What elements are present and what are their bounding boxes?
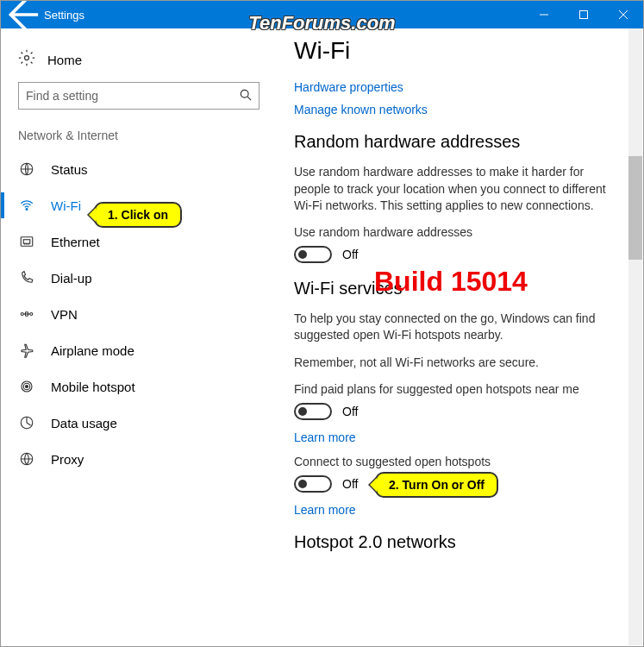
services-desc1: To help you stay connected on the go, Wi… <box>294 311 609 344</box>
gear-icon <box>18 49 35 70</box>
phone-icon <box>18 270 35 286</box>
svg-line-6 <box>247 97 251 100</box>
svg-rect-1 <box>580 11 588 19</box>
scrollbar-track[interactable] <box>628 28 642 645</box>
airplane-icon <box>18 342 35 358</box>
minimize-button[interactable] <box>524 1 564 28</box>
svg-point-4 <box>25 56 29 60</box>
wifi-icon <box>18 198 35 213</box>
ethernet-icon <box>18 234 35 249</box>
svg-point-15 <box>30 313 33 316</box>
paid-plans-toggle[interactable] <box>294 403 332 420</box>
learn-more-link-1[interactable]: Learn more <box>294 430 609 444</box>
window-title: Settings <box>44 9 84 22</box>
random-hw-state: Off <box>342 248 358 261</box>
sidebar-item-hotspot[interactable]: Mobile hotspot <box>1 368 277 405</box>
annotation-callout-1: 1. Click on <box>94 202 182 228</box>
connect-hotspots-state: Off <box>342 477 358 491</box>
random-hw-label: Use random hardware addresses <box>294 225 609 239</box>
connect-hotspots-label: Connect to suggested open hotspots <box>294 455 609 468</box>
random-hw-desc: Use random hardware addresses to make it… <box>294 164 609 215</box>
close-button[interactable] <box>603 1 643 28</box>
home-button[interactable]: Home <box>1 42 277 82</box>
svg-point-14 <box>21 313 23 316</box>
search-input[interactable]: Find a setting <box>18 82 259 110</box>
hotspot2-heading: Hotspot 2.0 networks <box>294 532 609 552</box>
paid-plans-state: Off <box>342 405 358 418</box>
sidebar-item-ethernet[interactable]: Ethernet <box>1 223 277 260</box>
hardware-properties-link[interactable]: Hardware properties <box>294 80 609 94</box>
back-button[interactable] <box>1 1 41 28</box>
svg-point-8 <box>26 209 28 210</box>
svg-point-5 <box>241 90 248 97</box>
sidebar-item-datausage[interactable]: Data usage <box>1 405 277 441</box>
sidebar-item-vpn[interactable]: VPN <box>1 296 277 332</box>
search-placeholder: Find a setting <box>26 89 98 103</box>
search-icon <box>240 89 252 104</box>
svg-point-18 <box>26 386 28 388</box>
titlebar: Settings <box>1 1 643 28</box>
sidebar-item-dialup[interactable]: Dial-up <box>1 260 277 296</box>
vpn-icon <box>18 306 35 322</box>
sidebar-item-status[interactable]: Status <box>1 151 277 187</box>
connect-hotspots-toggle[interactable] <box>294 475 332 493</box>
proxy-icon <box>18 451 35 467</box>
category-label: Network & Internet <box>1 125 277 151</box>
random-hw-toggle[interactable] <box>294 246 332 263</box>
home-label: Home <box>47 53 82 67</box>
wifi-services-heading: Wi-Fi services <box>294 279 609 298</box>
hotspot-icon <box>18 379 35 394</box>
paid-plans-label: Find paid plans for suggested open hotsp… <box>294 382 609 396</box>
page-title: Wi-Fi <box>294 37 609 65</box>
data-icon <box>18 415 35 430</box>
svg-rect-10 <box>23 240 30 244</box>
sidebar: Home Find a setting Network & Internet S… <box>1 28 277 646</box>
annotation-callout-2: 2. Turn On or Off <box>375 472 498 498</box>
sidebar-item-airplane[interactable]: Airplane mode <box>1 332 277 368</box>
maximize-button[interactable] <box>564 1 603 28</box>
sidebar-item-proxy[interactable]: Proxy <box>1 441 277 477</box>
random-hw-heading: Random hardware addresses <box>294 132 609 152</box>
main-content: Wi-Fi Hardware properties Manage known n… <box>277 28 643 646</box>
learn-more-link-2[interactable]: Learn more <box>294 503 609 517</box>
scrollbar-thumb[interactable] <box>628 156 642 260</box>
manage-known-networks-link[interactable]: Manage known networks <box>294 103 609 116</box>
services-desc2: Remember, not all Wi-Fi networks are sec… <box>294 355 609 372</box>
status-icon <box>18 161 35 177</box>
